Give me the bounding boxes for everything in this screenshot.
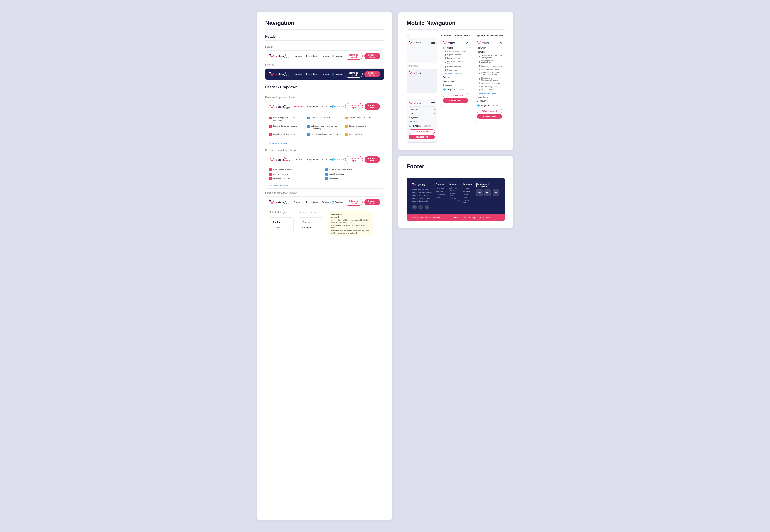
dd-item-0[interactable]: Scheduling and resource management bbox=[269, 116, 305, 122]
m-features[interactable]: Features ▾ bbox=[409, 112, 435, 116]
nav-features-inv[interactable]: Features bbox=[294, 73, 303, 75]
nav-company-fd[interactable]: Company bbox=[322, 105, 332, 108]
nav-integrations-ld[interactable]: Integrations bbox=[306, 201, 318, 203]
feat-sub-2[interactable]: Invoicing and Accounting bbox=[477, 64, 502, 68]
nav-integrations-inv[interactable]: Integrations bbox=[306, 73, 318, 75]
m-features-exp[interactable]: Features ▾ bbox=[477, 50, 502, 54]
dd-item-8[interactable]: VETERA digital bbox=[345, 132, 380, 137]
fw-sub-4[interactable]: Branch locations bbox=[443, 65, 468, 68]
footer-press[interactable]: Press & media bbox=[463, 199, 473, 204]
talk-expert-button-default[interactable]: Talk to an expert bbox=[345, 53, 362, 60]
footer-for-whom[interactable]: For whom bbox=[436, 187, 446, 189]
forwho-overview-link[interactable]: For whom overview → bbox=[266, 183, 384, 188]
close-icon-feat[interactable]: ✕ bbox=[500, 41, 502, 44]
lang-option-english-de[interactable]: English bbox=[299, 220, 323, 225]
m-integrations[interactable]: Integrations bbox=[409, 116, 435, 119]
feat-sub-0[interactable]: Scheduling and resource management bbox=[477, 54, 502, 59]
fw-overview-link[interactable]: For whom overview › bbox=[443, 72, 468, 75]
lang-btn-ld[interactable]: 🌐 English ▾ bbox=[331, 201, 343, 204]
fw-sub-5[interactable]: Universities bbox=[443, 68, 468, 72]
footer-faq[interactable]: FAQ bbox=[449, 203, 460, 205]
m-company-feat[interactable]: Company bbox=[477, 99, 502, 103]
nav-company-inv[interactable]: Company bbox=[322, 73, 331, 75]
fw-item-0[interactable]: Small animal practices bbox=[269, 168, 324, 171]
nav-company[interactable]: Company bbox=[322, 55, 331, 57]
request-demo-ld[interactable]: Request demo bbox=[364, 199, 380, 205]
request-demo-fw[interactable]: Request demo bbox=[365, 156, 380, 163]
request-demo-fd[interactable]: Request demo bbox=[365, 103, 380, 110]
talk-expert-button-inv[interactable]: Talk to an expert bbox=[345, 71, 362, 78]
lang-button-fd[interactable]: 🌐 English ▾ bbox=[332, 105, 344, 108]
feat-overview-link[interactable]: Features overview › bbox=[477, 91, 502, 95]
m-btn-demo-fw[interactable]: Request demo bbox=[443, 98, 468, 103]
nav-features-fw[interactable]: Features bbox=[294, 158, 303, 161]
fw-item-4[interactable]: Livestock practices bbox=[269, 177, 324, 180]
m-for-whom-feat[interactable]: For whom ▾ bbox=[477, 46, 502, 50]
dd-item-5[interactable]: Stock management bbox=[345, 124, 380, 131]
m-integrations-feat[interactable]: Integrations bbox=[477, 95, 502, 99]
lang-option-german[interactable]: German bbox=[269, 225, 294, 230]
talk-expert-ld[interactable]: Talk to an expert bbox=[345, 199, 362, 206]
m-integrations-fw[interactable]: Integrations bbox=[443, 79, 468, 83]
footer-pilots[interactable]: Pilots bbox=[436, 196, 446, 198]
hamburger-icon-scroll[interactable] bbox=[431, 72, 435, 74]
nav-for-whom-inv[interactable]: For whom bbox=[284, 72, 290, 77]
feat-sub-3[interactable]: Client communication bbox=[477, 68, 502, 71]
m-btn-expert-feat[interactable]: Talk to an expert bbox=[477, 109, 502, 113]
dd-item-6[interactable]: Invoicing and Accounting bbox=[269, 132, 305, 137]
fw-sub-1[interactable]: Equine practices bbox=[443, 53, 468, 56]
footer-request-demo[interactable]: Request demo bbox=[449, 192, 460, 196]
nav-company-fw[interactable]: Company bbox=[322, 158, 332, 161]
nav-integrations-fw[interactable]: Integrations bbox=[307, 158, 319, 161]
dd-item-3[interactable]: Imaging device connectivity bbox=[269, 124, 305, 131]
lang-button-inv[interactable]: 🌐 English ▾ bbox=[331, 73, 343, 76]
m-company[interactable]: Company bbox=[409, 119, 435, 123]
hamburger-icon-default[interactable] bbox=[431, 42, 435, 44]
talk-expert-fd[interactable]: Talk to an expert bbox=[345, 103, 363, 110]
fw-sub-0[interactable]: Small animal practices bbox=[443, 50, 468, 53]
nav-for-whom-fd[interactable]: For whom bbox=[284, 104, 290, 109]
nav-for-whom-ld[interactable]: For whom bbox=[284, 200, 290, 205]
nav-for-whom-fw[interactable]: For whom bbox=[284, 157, 290, 162]
fw-item-3[interactable]: Branch locations bbox=[325, 172, 380, 176]
nav-features-ld[interactable]: Features bbox=[294, 201, 303, 203]
lang-option-english[interactable]: English bbox=[269, 220, 294, 225]
footer-integrations[interactable]: Integrations bbox=[436, 193, 446, 195]
fw-sub-2[interactable]: Livestock practices bbox=[443, 56, 468, 60]
m-btn-expert-fw[interactable]: Talk to an expert bbox=[443, 93, 468, 97]
fw-item-1[interactable]: Large practices and clinics bbox=[325, 168, 380, 171]
footer-security[interactable]: Security bbox=[483, 216, 490, 219]
m-btn-demo[interactable]: Request demo bbox=[409, 135, 435, 139]
request-demo-button-inv[interactable]: Request demo bbox=[364, 71, 380, 77]
feat-sub-5[interactable]: Statistics and Management reports bbox=[477, 76, 502, 82]
m-company-fw[interactable]: Company bbox=[443, 83, 468, 87]
feat-sub-8[interactable]: VETERA digital bbox=[477, 88, 502, 91]
linkedin-icon[interactable]: in bbox=[424, 205, 429, 210]
footer-features[interactable]: Features bbox=[436, 190, 446, 192]
m-btn-expert[interactable]: Talk to an expert bbox=[409, 129, 435, 134]
footer-about-us[interactable]: About us bbox=[463, 187, 473, 189]
dd-item-1[interactable]: Client communication bbox=[307, 116, 342, 122]
close-icon-fw[interactable]: ✕ bbox=[466, 41, 468, 44]
nav-features[interactable]: Features bbox=[294, 55, 303, 57]
fw-item-2[interactable]: Equine practices bbox=[269, 172, 324, 176]
footer-careers[interactable]: Careers bbox=[463, 193, 473, 195]
lang-btn-fw[interactable]: 🌐 English ▾ bbox=[332, 158, 344, 161]
fw-item-5[interactable]: Universities bbox=[325, 177, 380, 180]
facebook-icon[interactable]: f bbox=[412, 205, 417, 210]
lang-button-default[interactable]: 🌐 English ▾ bbox=[331, 55, 343, 57]
instagram-icon[interactable]: ⬛ bbox=[418, 205, 423, 210]
footer-sw-req[interactable]: Software requirements bbox=[449, 197, 460, 202]
nav-company-ld[interactable]: Company bbox=[322, 201, 331, 203]
hamburger-icon-exp[interactable] bbox=[431, 102, 435, 104]
m-for-whom[interactable]: For whom ▾ bbox=[409, 108, 435, 112]
footer-privacy[interactable]: Privacy Policy bbox=[469, 216, 481, 219]
footer-sitemap[interactable]: Sitemap bbox=[492, 216, 499, 219]
footer-blog[interactable]: Blog bbox=[463, 196, 473, 198]
nav-features-fd[interactable]: Features bbox=[294, 105, 303, 108]
m-features-fw[interactable]: Features ▾ bbox=[443, 75, 468, 79]
footer-tos[interactable]: Terms of service bbox=[453, 216, 467, 219]
feat-sub-6[interactable]: Patient and client records bbox=[477, 82, 502, 85]
footer-partners[interactable]: Partners bbox=[463, 190, 473, 192]
m-btn-demo-feat[interactable]: Request demo bbox=[477, 114, 502, 119]
